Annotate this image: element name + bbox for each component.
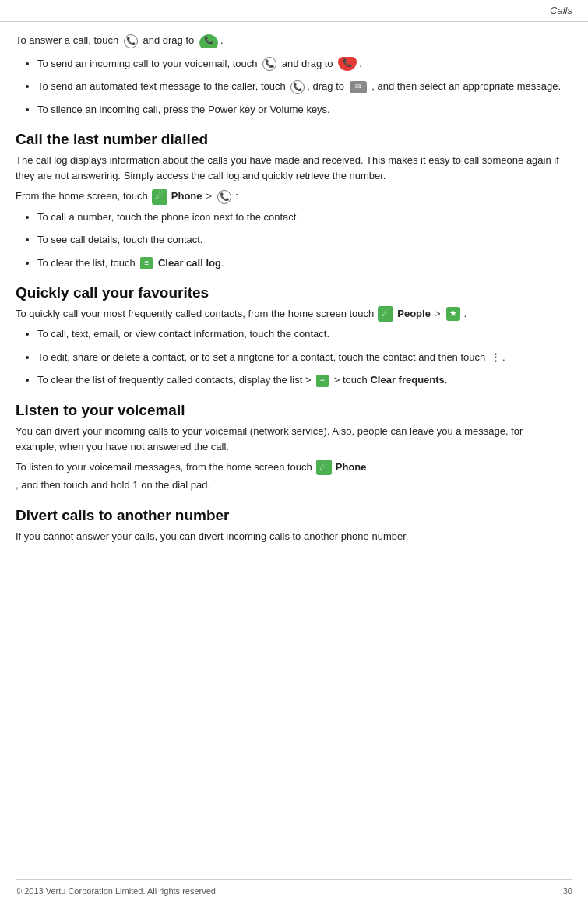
favourites-body-line: To quickly call your most frequently cal… xyxy=(16,306,563,322)
favourites-body-text: To quickly call your most frequently cal… xyxy=(16,306,374,322)
answer-drag-text: and drag to xyxy=(143,34,194,46)
voicemail-phone-label: Phone xyxy=(336,460,367,475)
voicemail-body2: To listen to your voicemail messages, fr… xyxy=(16,460,563,493)
intro-answer-line: To answer a call, touch 📞 and drag to 📞 … xyxy=(16,33,563,48)
last-number-bullets: To call a number, touch the phone icon n… xyxy=(37,210,563,271)
phone-label: Phone xyxy=(171,188,202,204)
fav-bullet-1: To call, text, email, or view contact in… xyxy=(37,326,563,342)
list-app-icon: ≡ xyxy=(140,257,153,269)
intro-bullets: To send an incoming call to your voicema… xyxy=(37,56,563,118)
gt-arrow-1: > xyxy=(206,188,213,204)
last-number-body: The call log displays information about … xyxy=(16,153,563,184)
voicemail-heading: Listen to your voicemail xyxy=(16,402,563,419)
header-bar: Calls xyxy=(0,0,588,22)
voicemail-bullet: To send an incoming call to your voicema… xyxy=(37,56,563,72)
divert-heading: Divert calls to another number xyxy=(16,507,563,524)
phone-circle-icon-3: 📞 xyxy=(290,80,305,94)
people-app-icon: ☄ xyxy=(378,306,393,322)
voicemail-text: To send an incoming call to your voicema… xyxy=(37,58,258,69)
automated-text: To send an automated text message to the… xyxy=(37,80,286,92)
favourites-bullets: To call, text, email, or view contact in… xyxy=(37,326,563,388)
answer-text: To answer a call, touch xyxy=(16,34,118,46)
fav-bullet3-middle: > touch xyxy=(334,374,368,386)
voicemail-body2-text: To listen to your voicemail messages, fr… xyxy=(16,460,312,475)
main-content: To answer a call, touch 📞 and drag to 📞 … xyxy=(0,22,588,565)
phone-app-icon: ☄ xyxy=(152,189,167,205)
copyright-text: © 2013 Vertu Corporation Limited. All ri… xyxy=(16,886,218,896)
from-line-text: From the home screen, touch xyxy=(16,188,148,204)
divert-section: Divert calls to another number If you ca… xyxy=(16,507,563,544)
last-bullet-1: To call a number, touch the phone icon n… xyxy=(37,210,563,225)
favourites-section: Quickly call your favourites To quickly … xyxy=(16,284,563,388)
from-home-line: From the home screen, touch ☄ Phone > 📞: xyxy=(16,188,563,204)
silence-text: To silence an incoming call, press the P… xyxy=(37,104,330,115)
star-icon: ★ xyxy=(446,307,460,321)
phone-green-icon-1: 📞 xyxy=(197,34,220,48)
last-bullet-3: To clear the list, touch ≡ Clear call lo… xyxy=(37,255,563,271)
last-number-section: Call the last number dialled The call lo… xyxy=(16,131,563,270)
automated-end-text: , and then select an appropriate message… xyxy=(371,80,561,92)
phone-circle-icon-1: 📞 xyxy=(121,34,140,48)
phone-circle-icon-2: 📞 xyxy=(262,57,276,71)
voicemail-body2-end: , and then touch and hold 1 on the dial … xyxy=(16,477,210,493)
clear-call-log-label: Clear call log xyxy=(158,257,221,269)
divert-body: If you cannot answer your calls, you can… xyxy=(16,529,563,544)
gt-arrow-2: > xyxy=(435,306,441,322)
menu-dots-icon: ⋮ xyxy=(490,352,501,363)
automated-drag-text: drag to xyxy=(313,80,344,92)
voicemail-drag-text: and drag to xyxy=(282,58,333,69)
footer: © 2013 Vertu Corporation Limited. All ri… xyxy=(16,879,572,896)
automated-bullet: To send an automated text message to the… xyxy=(37,79,563,94)
phone-red-icon: 📞 xyxy=(338,57,357,71)
last-number-heading: Call the last number dialled xyxy=(16,131,563,148)
page-container: Calls To answer a call, touch 📞 and drag… xyxy=(0,0,588,905)
phone-circle-icon-4: 📞 xyxy=(217,190,231,204)
message-icon: ✉ xyxy=(350,81,367,93)
header-title: Calls xyxy=(550,5,572,16)
fav-bullet-3: To clear the list of frequently called c… xyxy=(37,372,563,388)
people-label: People xyxy=(397,306,431,322)
silence-bullet: To silence an incoming call, press the P… xyxy=(37,102,563,118)
favourites-heading: Quickly call your favourites xyxy=(16,284,563,301)
last-bullet-2: To see call details, touch the contact. xyxy=(37,232,563,248)
page-number: 30 xyxy=(563,886,572,896)
clear-frequents-label: Clear frequents xyxy=(370,374,444,386)
phone-app-icon-2: ☄ xyxy=(316,460,332,475)
fav-bullet-2: To edit, share or delete a contact, or t… xyxy=(37,350,563,365)
list-icon-2: ≡ xyxy=(316,375,329,387)
voicemail-section: Listen to your voicemail You can divert … xyxy=(16,402,563,494)
voicemail-body1: You can divert your incoming calls to yo… xyxy=(16,424,563,455)
